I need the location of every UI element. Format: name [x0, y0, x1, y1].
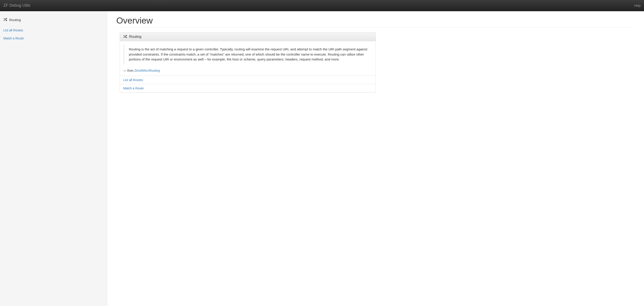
routing-panel: Routing Routing is the act of matching a…: [120, 32, 376, 92]
panel-action-list: List all Routes Match a Route: [120, 76, 376, 92]
panel-action-list-routes: List all Routes: [120, 76, 376, 84]
sidebar-item-list-routes: List all Routes: [3, 26, 104, 34]
sidebar-item-match-route: Match a Route: [3, 34, 104, 42]
layout: Routing List all Routes Match a Route Ov…: [0, 11, 644, 306]
main-content: Overview Routing: [107, 11, 644, 306]
citation-link[interactable]: Zend\Mvc\Routing: [134, 69, 160, 72]
sidebar-list: List all Routes Match a Route: [3, 26, 104, 42]
panel-link-match-route[interactable]: Match a Route: [123, 86, 144, 90]
panel-heading: Routing: [120, 32, 376, 41]
panel-title: Routing: [129, 35, 142, 39]
page-title: Overview: [116, 16, 635, 26]
sidebar-link-list-routes[interactable]: List all Routes: [3, 26, 104, 34]
help-link[interactable]: Help: [634, 4, 641, 8]
sidebar-header-label: Routing: [9, 18, 21, 22]
navbar-right: Help: [634, 4, 641, 8]
brand-link[interactable]: ZF Debug Utils: [3, 3, 30, 8]
shuffle-icon: [3, 18, 8, 22]
routing-citation: — from Zend\Mvc\Routing: [123, 69, 372, 72]
panel-column: Routing Routing is the act of matching a…: [116, 32, 376, 92]
panel-action-match-route: Match a Route: [120, 84, 376, 92]
routing-quote: Routing is the act of matching a request…: [123, 44, 372, 64]
sidebar: Routing List all Routes Match a Route: [0, 11, 107, 306]
panel-body: Routing is the act of matching a request…: [120, 41, 376, 76]
shuffle-icon: [123, 35, 127, 39]
sidebar-header: Routing: [3, 16, 104, 24]
panel-link-list-routes[interactable]: List all Routes: [123, 78, 143, 82]
page-header: Overview: [116, 16, 635, 28]
sidebar-link-match-route[interactable]: Match a Route: [3, 34, 104, 42]
top-navbar: ZF Debug Utils Help: [0, 0, 644, 11]
routing-quote-text: Routing is the act of matching a request…: [129, 47, 368, 62]
citation-prefix: — from: [123, 69, 134, 72]
